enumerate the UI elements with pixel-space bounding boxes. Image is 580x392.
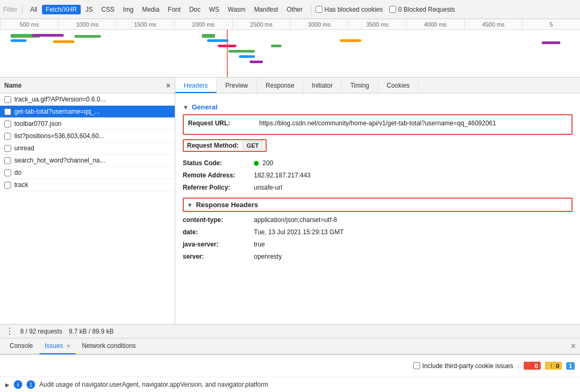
response-headers-section: ▼ Response Headers content-type:applicat… — [183, 198, 573, 261]
audit-count-badge: 1 — [27, 380, 35, 389]
general-arrow-icon: ▼ — [183, 104, 189, 110]
filter-btn-media[interactable]: Media — [138, 5, 163, 14]
list-item[interactable]: get-tab-total?username=qq_... — [0, 106, 175, 118]
more-icon[interactable]: ⋮ — [5, 326, 14, 336]
tab-cookies[interactable]: Cookies — [378, 78, 419, 93]
size-info: 9.7 kB / 89.9 kB — [69, 328, 114, 335]
remote-address-label: Remote Address: — [183, 171, 252, 180]
filter-btn-doc[interactable]: Doc — [185, 5, 204, 14]
request-name: track — [14, 181, 28, 189]
info-badge: 1 — [566, 362, 575, 370]
timeline-mark: 3000 ms — [290, 19, 348, 30]
list-item[interactable]: track_ua.gif?APIVersion=0.6.0... — [0, 93, 175, 106]
filter-bar: Filter AllFetch/XHRJSCSSImgMediaFontDocW… — [0, 0, 580, 19]
filter-btn-css[interactable]: CSS — [98, 5, 118, 14]
bottom-tabs-bar: ConsoleIssues ×Network conditions× — [0, 338, 580, 354]
request-checkbox[interactable] — [4, 157, 11, 164]
bottom-tab-close-icon[interactable]: × — [65, 343, 70, 349]
response-header-value: openresty — [254, 252, 282, 261]
bottom-tab-network-conditions[interactable]: Network conditions — [76, 338, 141, 354]
filter-btn-all[interactable]: All — [27, 5, 41, 14]
list-item[interactable]: do — [0, 167, 175, 179]
request-name: unread — [14, 144, 34, 152]
requests-list: track_ua.gif?APIVersion=0.6.0...get-tab-… — [0, 93, 175, 324]
response-header-row: java-server:true — [183, 240, 573, 249]
tab-response[interactable]: Response — [257, 78, 303, 93]
filter-input-placeholder: Filter — [3, 6, 18, 13]
close-panel-icon[interactable]: × — [166, 81, 170, 90]
request-checkbox[interactable] — [4, 108, 11, 115]
request-url-row: Request URL: https://blog.csdn.net/commu… — [188, 118, 567, 128]
request-url-label: Request URL: — [188, 118, 257, 128]
status-code-value: 200 — [254, 158, 273, 168]
has-blocked-cookies-checkbox[interactable] — [315, 6, 322, 13]
timeline-mark: 2500 ms — [232, 19, 290, 30]
bottom-tab-issues[interactable]: Issues × — [39, 338, 75, 354]
tab-timing[interactable]: Timing — [342, 78, 378, 93]
filter-buttons: AllFetch/XHRJSCSSImgMediaFontDocWSWasmMa… — [27, 5, 306, 14]
badge-separator: | — [518, 362, 519, 370]
filter-btn-fetch/xhr[interactable]: Fetch/XHR — [42, 5, 81, 14]
request-name: get-tab-total?username=qq_... — [14, 108, 100, 115]
response-header-value: true — [254, 240, 265, 249]
request-checkbox[interactable] — [4, 96, 11, 103]
request-checkbox[interactable] — [4, 121, 11, 127]
filter-btn-other[interactable]: Other — [283, 5, 306, 14]
blocked-requests-checkbox[interactable] — [389, 6, 396, 13]
status-code-row: Status Code: 200 — [183, 158, 573, 168]
filter-btn-manifest[interactable]: Manifest — [250, 5, 282, 14]
request-checkbox[interactable] — [4, 169, 11, 176]
request-checkbox[interactable] — [4, 182, 11, 189]
response-header-value: Tue, 13 Jul 2021 15:29:13 GMT — [254, 227, 344, 237]
list-item[interactable]: toolbar0707.json — [0, 118, 175, 130]
tab-initiator[interactable]: Initiator — [303, 78, 342, 93]
filter-btn-font[interactable]: Font — [164, 5, 184, 14]
filter-btn-ws[interactable]: WS — [205, 5, 223, 14]
response-header-row: date:Tue, 13 Jul 2021 15:29:13 GMT — [183, 227, 573, 237]
timeline-mark: 500 ms — [0, 19, 58, 30]
has-blocked-cookies-label[interactable]: Has blocked cookies — [315, 6, 383, 13]
response-headers-rows: content-type:application/json;charset=ut… — [183, 215, 573, 261]
request-name: track_ua.gif?APIVersion=0.6.0... — [14, 96, 106, 103]
request-checkbox[interactable] — [4, 145, 11, 152]
audit-row: ▶ i 1 Audit usage of navigator.userAgent… — [0, 377, 580, 392]
third-party-cookie-label[interactable]: Include third-party cookie issues — [413, 362, 513, 370]
response-header-value: application/json;charset=utf-8 — [254, 215, 337, 225]
referrer-policy-label: Referrer Policy: — [183, 183, 252, 192]
timeline-mark: 4500 ms — [464, 19, 522, 30]
general-title: General — [192, 103, 217, 111]
timeline-mark: 3500 ms — [348, 19, 406, 30]
warning-badge: ⚠️0 — [545, 362, 562, 370]
audit-type-icon: i — [14, 380, 22, 389]
request-method-label: Request Method: — [187, 142, 238, 149]
response-headers-highlighted: ▼ Response Headers — [183, 198, 573, 212]
detail-content: ▼ General Request URL: https://blog.csdn… — [175, 93, 580, 324]
request-checkbox[interactable] — [4, 133, 11, 140]
filter-btn-wasm[interactable]: Wasm — [224, 5, 250, 14]
bottom-tab-console[interactable]: Console — [4, 338, 38, 354]
filter-btn-img[interactable]: Img — [119, 5, 137, 14]
list-item[interactable]: unread — [0, 142, 175, 155]
error-badge: 🔴0 — [524, 362, 541, 370]
bottom-panel-close-icon[interactable]: × — [571, 342, 576, 351]
tab-headers[interactable]: Headers — [175, 78, 217, 93]
timeline-mark: 5 — [522, 19, 580, 30]
timeline-mark: 4000 ms — [406, 19, 464, 30]
timeline-bars — [0, 30, 580, 78]
list-item[interactable]: search_hot_word?channel_na... — [0, 155, 175, 167]
timeline-mark: 2000 ms — [174, 19, 232, 30]
filter-btn-js[interactable]: JS — [82, 5, 97, 14]
response-header-key: java-server: — [183, 240, 252, 249]
request-method-value: GET — [243, 141, 262, 150]
third-party-cookie-checkbox[interactable] — [413, 362, 420, 369]
tab-preview[interactable]: Preview — [217, 78, 257, 93]
blocked-requests-label[interactable]: 0 Blocked Requests — [389, 6, 455, 13]
general-section-header: ▼ General — [183, 103, 573, 111]
list-item[interactable]: track — [0, 179, 175, 191]
footer-bar: ⋮ 8 / 92 requests 9.7 kB / 89.9 kB — [0, 324, 580, 338]
response-headers-arrow-icon: ▼ — [187, 202, 193, 208]
third-party-cookie-text: Include third-party cookie issues — [422, 362, 513, 370]
response-headers-title: Response Headers — [196, 201, 258, 209]
audit-expand-icon[interactable]: ▶ — [5, 382, 10, 388]
list-item[interactable]: list?positions=536,603,604,60... — [0, 130, 175, 142]
